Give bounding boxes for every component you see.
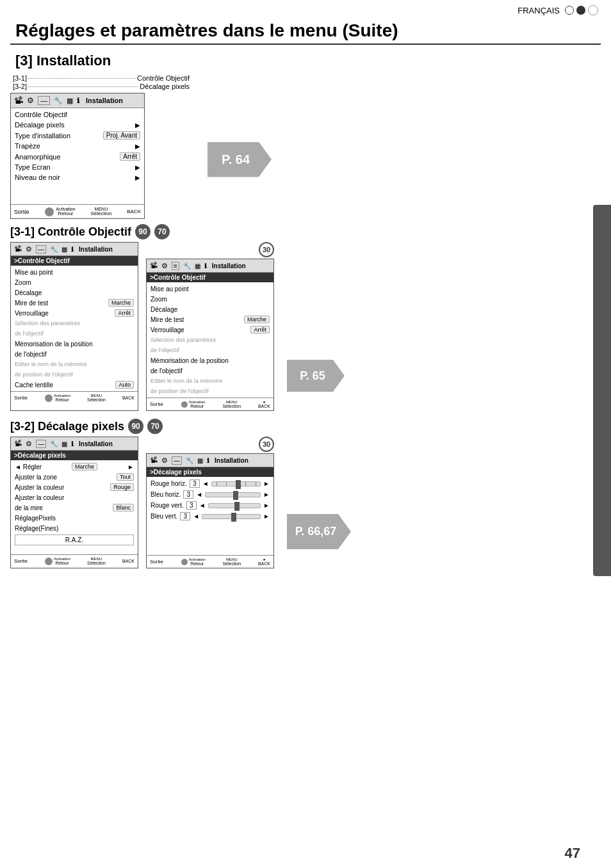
row-miretest-31r[interactable]: Mire de testMarche — [147, 314, 273, 325]
row-reglfines-32l[interactable]: Réglage(Fines) — [11, 523, 138, 533]
retour-32l: Retour — [55, 561, 69, 565]
row-miseaupoint-31r[interactable]: Mise au point — [147, 284, 273, 294]
icon-inst-32l: — — [36, 440, 46, 448]
sub31-left-title: Installation — [79, 246, 113, 253]
footer-icon-31l — [45, 394, 53, 402]
status-circles — [565, 5, 598, 15]
row-memo2-31l[interactable]: de l'objectif — [11, 349, 138, 359]
sub31-right-footer: Sortie Activation Retour MENU Sélection … — [147, 398, 273, 410]
row-miseaupoint-31l[interactable]: Mise au point — [11, 267, 138, 277]
row-verrou-31l[interactable]: VerrouillageArrêt — [11, 308, 138, 318]
row-memo-31l[interactable]: Mémorisation de la position — [11, 339, 138, 349]
icon-set-32l: ⚙ — [26, 440, 32, 448]
icon-set-31r: ⚙ — [161, 262, 168, 270]
sub31-left-selected-row: >Contrôle Objectif — [11, 256, 138, 266]
subsection-31: [3-1] Contrôle Objectif 90 70 📽 ⚙ — 🔧 ▦ … — [0, 219, 611, 411]
menu-row-trapeze[interactable]: Trapèze ▶ — [11, 141, 144, 151]
subsection-32: [3-2] Décalage pixels 90 70 📽 ⚙ — 🔧 ▦ ℹ … — [0, 411, 611, 568]
footer-icon — [45, 207, 54, 216]
page-ref-3-text: P. 66,67 — [295, 525, 337, 538]
retour-31r: Retour — [190, 404, 204, 408]
retour-31l: Retour — [55, 398, 69, 402]
row-ajcouleur2-32l[interactable]: Ajuster la couleur — [11, 492, 138, 502]
menu-row-niveau-noir[interactable]: Niveau de noir ▶ — [11, 172, 144, 182]
sub32-left-title: Installation — [79, 440, 113, 447]
sub31-left-footer: Sortie Activation Retour MENU Sélection … — [11, 391, 138, 404]
row-ajcouleur-32l[interactable]: Ajuster la couleurRouge — [11, 482, 138, 492]
menu-row-empty1 — [11, 182, 144, 193]
label-32: [3-2] — [13, 83, 27, 90]
rouge-vert-val: 3 — [186, 501, 197, 510]
icon-rem-31r: 🔧 — [183, 262, 191, 269]
badge-90-31: 90 — [135, 224, 151, 239]
back-32l: BACK — [122, 559, 134, 563]
sub32-left-header: 📽 ⚙ — 🔧 ▦ ℹ Installation — [11, 437, 138, 451]
menu-row-anamorphique[interactable]: Anamorphique Arrêt — [11, 151, 144, 162]
row-raz-32l[interactable]: R.A.Z. — [15, 534, 134, 545]
menu-body: Contrôle Objectif Décalage pixels ▶ Type… — [11, 108, 144, 204]
row-delamire-32l[interactable]: de la mireBlanc — [11, 502, 138, 513]
icon-info-31l: ℹ — [71, 246, 74, 253]
page-number: 47 — [565, 845, 580, 862]
page-ref-1-text: P. 64 — [222, 152, 250, 167]
section-heading: [3] Installation — [0, 50, 611, 74]
vertical-side-bar — [593, 205, 611, 576]
badge-arret: Arrêt — [120, 152, 140, 161]
rouge-horiz-val: 3 — [190, 479, 200, 488]
sub32-right-selected-row: >Décalage pixels — [147, 467, 273, 477]
footer-icon-32l — [45, 558, 53, 565]
menu-row-32[interactable]: Décalage pixels ▶ — [11, 120, 144, 130]
row-editnom-31l: Editer le nom de la mémoire — [11, 359, 138, 369]
sub32-left-body: ◄ Régler Marche ► Ajuster la zoneTout Aj… — [11, 460, 138, 554]
arrow-icon-32: ▶ — [135, 122, 140, 129]
menu-row-31[interactable]: Contrôle Objectif — [11, 109, 144, 120]
circle-1 — [565, 6, 574, 15]
sub32-left-footer: Sortie Activation Retour MENU Sélection … — [11, 554, 138, 567]
badge-30-31: 30 — [259, 242, 274, 257]
menu-row-type-ecran[interactable]: Type Ecran ▶ — [11, 162, 144, 172]
row-bleu-vert: Bleu vert. 3 ◄ ► — [147, 511, 273, 522]
arrow-icon-trapeze: ▶ — [135, 143, 140, 150]
row-zoom-31l[interactable]: Zoom — [11, 277, 138, 287]
row-reglpixels-32l[interactable]: RéglagePixels — [11, 513, 138, 523]
row-verrou-31r[interactable]: VerrouillageArrêt — [147, 325, 273, 335]
row-decalage-31r[interactable]: Décalage — [147, 304, 273, 314]
sortie-32l: Sortie — [14, 558, 28, 564]
row-regler-32l[interactable]: ◄ Régler Marche ► — [11, 462, 138, 472]
icon-proj-32r: 📽 — [150, 456, 158, 465]
icon-info-32l: ℹ — [71, 440, 74, 447]
sel-31l: Sélection — [87, 398, 106, 402]
icon-info-31r: ℹ — [204, 262, 207, 269]
arrow-icon-noir: ▶ — [135, 174, 140, 181]
row-memo-31r[interactable]: Mémorisation de la position — [147, 355, 273, 366]
row-selparams-31l: Sélection des paramètres — [11, 318, 138, 328]
selection-label: Sélection — [90, 211, 111, 216]
row-decalage-31l[interactable]: Décalage — [11, 287, 138, 298]
page-ref-arrow-2: P. 65 — [287, 360, 345, 392]
icon-gr-32l: ▦ — [61, 440, 67, 447]
row-zoom-31r[interactable]: Zoom — [147, 294, 273, 304]
sub32-right-title: Installation — [215, 457, 248, 464]
row-memo2-31r[interactable]: de l'objectif — [147, 366, 273, 376]
menu-row-type-install[interactable]: Type d'installation Proj. Avant — [11, 130, 144, 141]
sel-32l: Sélection — [87, 561, 106, 565]
icon-rem-31l: 🔧 — [50, 246, 58, 253]
icon-proj-31l: 📽 — [14, 245, 22, 253]
row-cache-31l[interactable]: Cache lentilleAuto — [11, 380, 138, 390]
row-rouge-vert: Rouge vert. 3 ◄ ► — [147, 500, 273, 511]
icon-inst-32r: — — [172, 456, 182, 465]
row-editnom2-31r: de position de l'objectif — [147, 386, 273, 396]
sub32-right-footer: Sortie Activation Retour MENU Sélection … — [147, 555, 273, 568]
circle-2 — [576, 6, 585, 15]
menu-icon-grid: ▦ — [67, 97, 73, 105]
row-miretest-31l[interactable]: Mire de testMarche — [11, 298, 138, 308]
retour-label: Retour — [58, 211, 73, 216]
circle-3 — [588, 5, 598, 15]
sub32-right-body: Rouge horiz. 3 ◄ ► — [147, 477, 273, 555]
row-editnom2-31l: de position de l'objectif — [11, 369, 138, 380]
icon-gr-31r: ▦ — [195, 262, 200, 269]
menu-icon-install: — — [38, 96, 50, 105]
row-ajzone-32l[interactable]: Ajuster la zoneTout — [11, 472, 138, 482]
bleu-horiz-val: 3 — [183, 490, 193, 499]
sel-32r: Sélection — [222, 561, 241, 566]
